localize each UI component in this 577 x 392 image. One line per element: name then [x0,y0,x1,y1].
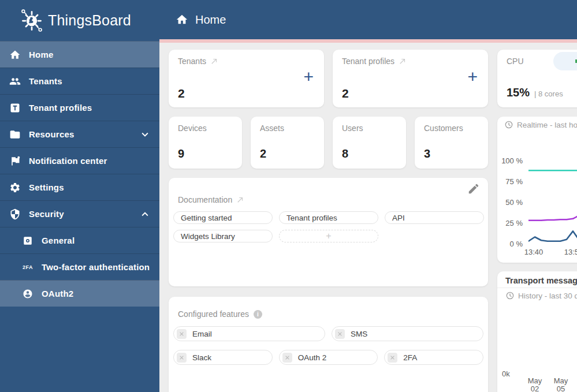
x-tick: May 05 [554,377,568,392]
main-area: Home Tenants + 2 Tenant profiles + 2 CPU [159,0,577,392]
cpu-badge[interactable] [553,52,577,70]
feature-chip-sms[interactable]: SMS [332,326,483,341]
doc-link-chip-getting-started[interactable]: Getting started [173,211,273,224]
configured-features-card[interactable]: Configured features i EmailSMSSlackOAuth… [169,297,488,392]
feature-chip-label: Email [192,330,212,338]
tenant-profiles-count: 2 [342,87,349,100]
y-tick: 25 % [498,219,523,227]
card-title: Users [342,124,363,133]
doc-link-chip-widgets-library[interactable]: Widgets Library [173,230,273,242]
home-icon [176,13,188,26]
y-tick: 0 % [498,240,523,248]
sidebar-item-label: Home [29,50,53,59]
sidebar-item-label: Notification center [29,156,107,166]
feature-chip-row: SlackOAuth 22FA [173,350,483,365]
sidebar-item-security[interactable]: Security [0,200,159,227]
gear-icon [9,181,21,194]
sidebar-item-tenant-profiles[interactable]: Tenant profiles [0,94,159,121]
remove-feature-icon[interactable] [388,353,397,363]
x-tick: 13:40 [524,248,544,256]
sidebar-item-tenants[interactable]: Tenants [0,68,159,94]
feature-chip-oauth-2[interactable]: OAuth 2 [279,350,378,365]
sidebar-item-oauth2[interactable]: OAuth2 [0,280,159,307]
open-tenant-profiles-icon[interactable] [399,57,407,65]
sidebar-item-resources[interactable]: Resources [0,121,159,147]
y-tick: 100 % [498,156,523,165]
assets-card[interactable]: Assets 2 [251,117,324,169]
tenant-profiles-card[interactable]: Tenant profiles + 2 [333,50,488,107]
open-tenants-icon[interactable] [210,57,218,65]
edit-icon[interactable] [467,182,480,195]
sidebar-item-settings[interactable]: Settings [0,174,159,200]
remove-feature-icon[interactable] [177,329,187,339]
flag-icon [9,155,21,167]
feature-chip-row: EmailSMS [173,326,483,341]
users-card[interactable]: Users 8 [333,117,406,169]
card-title: Tenant profiles [342,57,407,66]
card-title: Tenants [178,57,218,66]
page-title: Home [195,13,226,27]
feature-chip-label: OAuth 2 [298,353,327,362]
divider [497,288,577,288]
transport-messages-title: Transport messages [505,276,577,285]
realtime-range-label: Realtime - last hour [517,121,577,129]
customers-count: 3 [424,147,430,160]
cpu-cores-detail: | 8 cores [534,89,563,98]
transport-messages-card[interactable]: Transport messages History - last 30 day… [497,271,577,392]
feature-chip-label: 2FA [403,353,417,362]
clock-icon [505,291,515,300]
card-title: Devices [178,124,207,133]
y-tick: 0k [502,369,510,378]
card-title: Configured features i [178,309,262,319]
sidebar-item-label: General [42,236,75,245]
devices-card[interactable]: Devices 9 [169,117,242,169]
feature-chip-2fa[interactable]: 2FA [384,350,483,365]
customers-card[interactable]: Customers 3 [415,117,488,169]
chevron-down-icon[interactable] [139,128,151,141]
sidebar-item-home[interactable]: Home [0,41,159,68]
sidebar-item-label: Two-factor authentication [42,262,150,272]
dashboard-content: Tenants + 2 Tenant profiles + 2 CPU 15% … [159,43,577,392]
configured-features-label: Configured features [178,309,249,319]
cpu-card[interactable]: CPU 15% | 8 cores [497,50,577,107]
open-documentation-icon[interactable] [236,196,244,204]
history-range-label: History - last 30 days [518,292,577,300]
sidebar-item-two-factor-authentication[interactable]: 2FATwo-factor authentication [0,253,159,280]
card-title: Customers [424,124,463,133]
cpu-value-row: 15% | 8 cores [507,86,563,99]
doc-link-chip-api[interactable]: API [385,211,484,224]
gear-square-icon [21,234,34,247]
people-icon [9,75,21,88]
thingsboard-logo[interactable]: ThingsBoard [0,0,159,41]
logo-text: ThingsBoard [48,12,131,29]
feature-chip-slack[interactable]: Slack [173,350,273,365]
doc-link-chip-tenant-profiles[interactable]: Tenant profiles [279,211,378,224]
feature-chip-label: SMS [351,330,367,338]
x-tick: May 02 [528,377,542,392]
shield-icon [9,208,21,221]
add-tenant-button[interactable]: + [303,68,314,85]
cpu-usage-value: 15% [507,86,530,99]
documentation-card[interactable]: Documentation Getting startedTenant prof… [169,178,488,286]
remove-feature-icon[interactable] [335,329,345,339]
cpu-realtime-chart-card[interactable]: Realtime - last hour 13:40 13:50 100 %75… [497,117,577,263]
info-icon[interactable]: i [254,310,262,319]
remove-feature-icon[interactable] [282,353,292,363]
devices-card-label: Devices [178,124,207,133]
remove-feature-icon[interactable] [177,353,187,363]
feature-chip-label: Slack [192,353,211,362]
chevron-up-icon[interactable] [139,208,151,221]
sidebar: ThingsBoard HomeTenantsTenant profilesRe… [0,0,159,392]
sidebar-item-general[interactable]: General [0,227,159,253]
tenants-count: 2 [178,87,185,100]
users-count: 8 [342,147,348,160]
add-doc-link-chip[interactable]: + [279,230,378,242]
card-title: Documentation [178,195,244,204]
documentation-links: Getting startedTenant profilesAPIWidgets… [173,211,484,242]
sidebar-item-label: Tenant profiles [29,103,92,113]
tenants-card[interactable]: Tenants + 2 [169,50,324,107]
sidebar-item-notification-center[interactable]: Notification center [0,147,159,174]
feature-chip-email[interactable]: Email [173,326,325,341]
clock-icon [504,120,513,129]
add-tenant-profile-button[interactable]: + [467,68,478,85]
